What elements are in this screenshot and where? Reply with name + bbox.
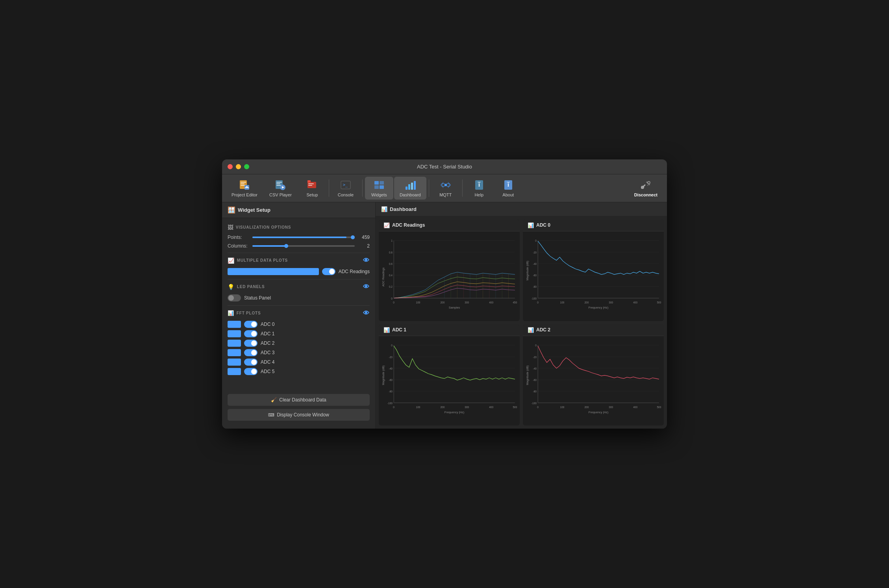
points-slider[interactable] xyxy=(252,237,355,238)
svg-rect-15 xyxy=(308,185,312,186)
toolbar-sep-4 xyxy=(462,179,463,197)
adc3-toggle[interactable] xyxy=(244,349,257,356)
svg-text:0.4: 0.4 xyxy=(389,274,393,277)
toolbar-widgets[interactable]: Widgets xyxy=(365,177,393,200)
console-btn-label: Display Console Window xyxy=(277,412,329,418)
svg-rect-24 xyxy=(411,183,413,190)
adc1-chart-body: 0 -20 -40 -60 -80 -100 Magnitude (dB) xyxy=(379,336,520,426)
adc2-color[interactable] xyxy=(228,340,241,347)
toolbar-help[interactable]: i Help xyxy=(465,177,493,200)
svg-text:-100: -100 xyxy=(387,401,393,404)
adc-readings-chart-icon: 📈 xyxy=(383,222,390,228)
svg-rect-20 xyxy=(374,185,379,189)
adc5-color[interactable] xyxy=(228,368,241,375)
svg-text:-100: -100 xyxy=(532,297,537,300)
toolbar-console[interactable]: >_ Console xyxy=(332,177,360,200)
list-item: ADC 4 xyxy=(228,359,370,366)
svg-rect-21 xyxy=(380,185,384,189)
adc0-color[interactable] xyxy=(228,321,241,328)
toolbar-project-editor[interactable]: Project Editor xyxy=(226,177,263,200)
viz-icon: 🖼 xyxy=(228,224,233,231)
minimize-button[interactable] xyxy=(236,164,241,169)
adc0-toggle[interactable] xyxy=(244,321,257,328)
svg-text:200: 200 xyxy=(440,405,444,408)
svg-text:Magnitude (dB): Magnitude (dB) xyxy=(526,261,529,280)
dashboard-icon xyxy=(403,179,417,191)
led-section: 💡 LED PANELS 👁 xyxy=(228,283,370,290)
setup-label: Setup xyxy=(307,192,318,197)
adc4-toggle[interactable] xyxy=(244,359,257,366)
svg-text:200: 200 xyxy=(584,405,589,408)
adc1-toggle[interactable] xyxy=(244,330,257,337)
svg-text:Frequency (Hz): Frequency (Hz) xyxy=(589,410,608,414)
adc0-chart-body: 0 -20 -40 -60 -80 -100 Magnitude (dB) xyxy=(523,231,664,321)
display-console-button[interactable]: ⌨ Display Console Window xyxy=(228,409,370,421)
toolbar-dashboard[interactable]: Dashboard xyxy=(394,177,426,200)
close-button[interactable] xyxy=(228,164,233,169)
adc-readings-label: ADC Readings xyxy=(339,269,370,274)
columns-slider[interactable] xyxy=(252,245,355,247)
status-panel-toggle[interactable] xyxy=(228,294,241,301)
toolbar-disconnect[interactable]: Disconnect xyxy=(629,177,663,200)
adc0-panel: 📊 ADC 0 0 -20 -40 -60 -80 -100 Magnitud xyxy=(523,220,664,321)
svg-text:300: 300 xyxy=(465,301,469,303)
adc-readings-toggle[interactable] xyxy=(322,268,335,275)
svg-rect-7 xyxy=(276,182,282,183)
clear-dashboard-button[interactable]: 🧹 Clear Dashboard Data xyxy=(228,394,370,406)
adc4-color[interactable] xyxy=(228,359,241,366)
svg-text:100: 100 xyxy=(416,405,420,408)
toolbar-about[interactable]: i About xyxy=(494,177,522,200)
adc3-color[interactable] xyxy=(228,349,241,356)
svg-text:-60: -60 xyxy=(389,379,393,381)
svg-text:-80: -80 xyxy=(533,285,537,288)
adc-readings-svg: ADC Readings 1 0.8 0.6 0.4 0.2 0 xyxy=(380,235,518,320)
svg-text:0.8: 0.8 xyxy=(389,251,393,253)
adc2-toggle[interactable] xyxy=(244,340,257,347)
adc5-toggle[interactable] xyxy=(244,368,257,375)
led-icon: 💡 xyxy=(228,284,235,290)
adc0-chart-title: ADC 0 xyxy=(536,222,550,228)
adc1-color[interactable] xyxy=(228,330,241,337)
toolbar-sep-1 xyxy=(329,179,329,197)
fft-icon: 📊 xyxy=(228,310,234,316)
sidebar: 🪟 Widget Setup 🖼 VISUALIZATION OPTIONS P… xyxy=(222,202,376,429)
svg-text:0: 0 xyxy=(391,344,393,347)
toolbar-setup[interactable]: Setup xyxy=(298,177,326,200)
svg-text:0: 0 xyxy=(535,239,537,242)
svg-text:0: 0 xyxy=(537,405,539,408)
svg-text:-40: -40 xyxy=(533,263,537,265)
svg-text:-40: -40 xyxy=(389,367,393,370)
svg-text:Magnitude (dB): Magnitude (dB) xyxy=(382,365,385,385)
svg-text:100: 100 xyxy=(560,301,565,303)
svg-rect-18 xyxy=(374,181,379,185)
fft-eye-button[interactable]: 👁 xyxy=(363,310,370,317)
divider-1 xyxy=(228,253,370,253)
about-label: About xyxy=(502,192,514,197)
project-editor-icon xyxy=(237,179,252,191)
svg-text:-20: -20 xyxy=(389,355,393,358)
viz-options-section: 🖼 VISUALIZATION OPTIONS xyxy=(228,224,370,231)
svg-point-36 xyxy=(648,181,650,184)
svg-text:500: 500 xyxy=(657,405,661,408)
mdp-eye-button[interactable]: 👁 xyxy=(363,257,370,264)
list-item: Status Panel xyxy=(228,294,370,301)
widget-setup-title: Widget Setup xyxy=(238,207,270,213)
svg-rect-13 xyxy=(307,180,311,183)
toolbar-sep-2 xyxy=(362,179,363,197)
maximize-button[interactable] xyxy=(244,164,249,169)
led-title: LED PANELS xyxy=(237,285,265,289)
widgets-label: Widgets xyxy=(371,192,387,197)
svg-rect-8 xyxy=(276,183,280,184)
toolbar-csv-player[interactable]: CSV Player xyxy=(264,177,297,200)
adc-readings-color[interactable] xyxy=(228,268,319,275)
svg-text:0: 0 xyxy=(537,301,539,303)
svg-text:300: 300 xyxy=(609,301,613,303)
led-eye-button[interactable]: 👁 xyxy=(363,283,370,290)
toolbar-mqtt[interactable]: MQTT xyxy=(432,177,460,200)
mqtt-icon xyxy=(439,179,453,191)
adc0-chart-icon: 📊 xyxy=(528,222,534,228)
dashboard-label: Dashboard xyxy=(400,192,421,197)
window-title: ADC Test - Serial Studio xyxy=(417,164,472,170)
dashboard-header: 📊 Dashboard xyxy=(376,202,667,216)
toolbar: Project Editor CSV Player xyxy=(222,174,667,202)
